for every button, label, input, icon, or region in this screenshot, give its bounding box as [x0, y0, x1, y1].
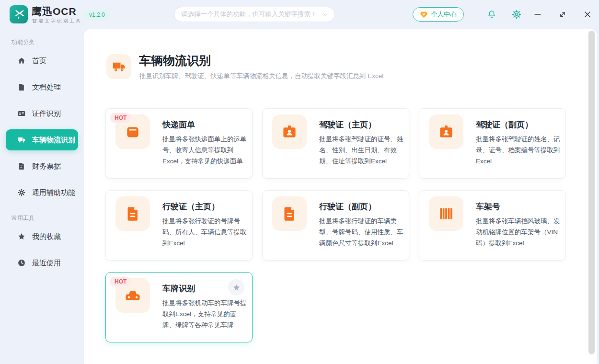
sidebar-item-label: 我的收藏: [32, 232, 61, 241]
sidebar-item-label: 证件识别: [32, 109, 61, 118]
card-description: 批量将多张驾驶证的姓名、记录、证号、档案编号等提取到Excel: [476, 134, 561, 167]
card-description: 批量将多张车辆挡风玻璃、发动机铭牌位置的车架号（VIN码）提取到Excel: [476, 216, 561, 249]
card-icon-box: [429, 114, 463, 149]
eagle-x-logo-icon: [12, 8, 25, 21]
card-vin-number[interactable]: 车架号 批量将多张车辆挡风玻璃、发动机铭牌位置的车架号（VIN码）提取到Exce…: [419, 190, 566, 261]
package-icon: [124, 123, 141, 140]
file-text-icon: [281, 205, 298, 222]
card-icon-box: [272, 196, 307, 231]
card-vehicle-license-main[interactable]: 行驶证（主页） 批量将多张行驶证的号牌号码、所有人、车辆信息等提取到Excel: [105, 190, 253, 261]
favorite-button[interactable]: [228, 279, 244, 296]
page-title: 车辆物流识别: [139, 53, 211, 68]
card-vehicle-license-secondary[interactable]: 行驶证（副页） 批量将多张行驶证的车辆类型、号牌号码、使用性质、车辆颜色尺寸等提…: [262, 190, 409, 261]
close-icon[interactable]: [583, 10, 592, 19]
search-placeholder: 请选择一个具体的功能，也可输入关键字搜索！: [181, 10, 322, 19]
settings-gear-icon[interactable]: [512, 10, 521, 19]
card-title: 行驶证（主页）: [162, 201, 219, 212]
card-icon-box: [115, 196, 150, 231]
file-text-icon: [124, 205, 141, 222]
card-title: 快递面单: [162, 119, 195, 130]
sidebar-section-functions: 功能分类: [12, 38, 35, 46]
star-icon: [17, 232, 26, 241]
top-bar: 鹰迅OCR 智能文字识别工具 v1.2.0 请选择一个具体的功能，也可输入关键字…: [0, 0, 599, 29]
card-license-plate-recognition[interactable]: HOT 车牌识别 批量将多张机动车的车牌号提取到Excel，支持常见的蓝牌、绿: [105, 272, 253, 342]
content-panel: 车辆物流识别 批量识别车牌、驾驶证、快递单等车辆物流相关信息，自动提取关键字段汇…: [84, 29, 597, 364]
id-card-icon: [17, 109, 26, 118]
star-icon: [232, 284, 241, 292]
sidebar-item-financial-invoices[interactable]: 财务票据: [6, 156, 78, 177]
sidebar-item-id-recognition[interactable]: 证件识别: [6, 103, 78, 124]
truck-icon: [17, 136, 26, 144]
card-drivers-license-main[interactable]: 驾驶证（主页） 批量将多张驾驶证的证号、姓名、性别、出生日期、有效期、住址等提取…: [262, 108, 409, 179]
sidebar-item-recent[interactable]: 最近使用: [6, 252, 78, 273]
card-description: 批量将多张快递面单上的运单号、收寄人信息等提取到Excel，支持常见的快递面单: [162, 134, 248, 167]
app-logo: [10, 5, 28, 23]
app-window: 鹰迅OCR 智能文字识别工具 v1.2.0 请选择一个具体的功能，也可输入关键字…: [0, 0, 599, 364]
sidebar-item-favorites[interactable]: 我的收藏: [6, 226, 78, 247]
card-icon-box: [429, 196, 463, 231]
card-drivers-license-secondary[interactable]: 驾驶证（副页） 批量将多张驾驶证的姓名、记录、证号、档案编号等提取到Excel: [419, 108, 566, 179]
document-icon: [17, 83, 26, 91]
card-title: 驾驶证（主页）: [319, 119, 376, 130]
card-title: 行驶证（副页）: [319, 201, 376, 212]
sidebar-item-label: 首页: [32, 57, 46, 66]
chevron-down-icon: [322, 11, 329, 18]
sidebar-item-label: 车辆物流识别: [32, 136, 75, 145]
id-badge-icon: [281, 123, 298, 140]
card-title: 驾驶证（副页）: [476, 119, 533, 130]
gear-icon: [17, 188, 26, 197]
user-center-label: 个人中心: [431, 10, 457, 19]
resize-maximize-icon[interactable]: [558, 10, 567, 19]
function-search-select[interactable]: 请选择一个具体的功能，也可输入关键字搜索！: [174, 7, 335, 22]
sidebar-item-home[interactable]: 首页: [6, 50, 78, 71]
version-badge: v1.2.0: [84, 10, 110, 20]
home-icon: [17, 57, 26, 65]
card-title: 车牌识别: [162, 283, 195, 294]
app-tagline: 智能文字识别工具: [32, 18, 82, 24]
vip-badge-icon: [420, 11, 428, 19]
card-description: 批量将多张驾驶证的证号、姓名、性别、出生日期、有效期、住址等提取到Excel: [319, 134, 404, 167]
barcode-icon: [438, 205, 455, 222]
clock-icon: [17, 259, 26, 267]
sidebar-item-vehicle-logistics[interactable]: 车辆物流识别: [6, 129, 78, 150]
feature-card-grid: HOT 快递面单 批量将多张快递面单上的运单号、收寄人信息等提取到Excel，支…: [105, 108, 566, 342]
card-express-waybill[interactable]: HOT 快递面单 批量将多张快递面单上的运单号、收寄人信息等提取到Excel，支…: [105, 108, 253, 179]
section-icon-box: [106, 54, 131, 79]
hot-badge: HOT: [110, 277, 131, 286]
card-description: 批量将多张行驶证的号牌号码、所有人、车辆信息等提取到Excel: [162, 216, 248, 249]
id-badge-icon: [438, 123, 455, 140]
card-description: 批量将多张机动车的车牌号提取到Excel，支持常见的蓝牌、绿牌等各种常见车牌: [162, 297, 248, 331]
user-center-button[interactable]: 个人中心: [413, 7, 464, 22]
notification-bell-icon[interactable]: [487, 10, 496, 19]
invoice-icon: [17, 162, 26, 171]
header-divider: [105, 95, 566, 95]
sidebar-item-label: 文档处理: [32, 83, 61, 92]
hot-badge: HOT: [110, 113, 131, 123]
vertical-scrollbar[interactable]: [588, 31, 595, 354]
car-icon: [124, 286, 142, 305]
card-icon-box: [272, 114, 307, 149]
sidebar-item-documents[interactable]: 文档处理: [6, 77, 78, 98]
sidebar-item-label: 财务票据: [32, 162, 61, 171]
sidebar-item-label: 通用辅助功能: [32, 188, 75, 197]
page-description: 批量识别车牌、驾驶证、快递单等车辆物流相关信息，自动提取关键字段汇总到 Exce…: [139, 72, 383, 80]
app-title: 鹰迅OCR: [32, 5, 77, 18]
card-description: 批量将多张行驶证的车辆类型、号牌号码、使用性质、车辆颜色尺寸等提取到Excel: [319, 216, 404, 249]
sidebar-item-general-utilities[interactable]: 通用辅助功能: [6, 182, 78, 203]
truck-icon: [112, 59, 126, 74]
sidebar-section-tools: 常用工具: [12, 214, 35, 222]
sidebar-item-label: 最近使用: [32, 259, 61, 268]
minimize-icon[interactable]: [533, 10, 542, 19]
card-title: 车架号: [476, 201, 500, 212]
